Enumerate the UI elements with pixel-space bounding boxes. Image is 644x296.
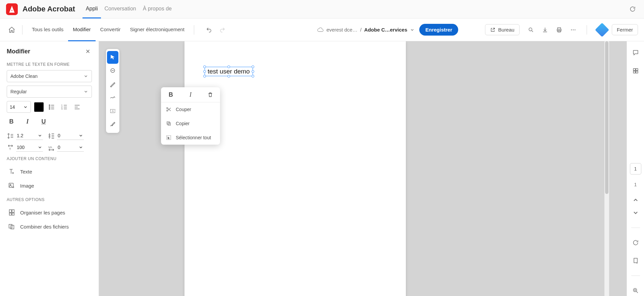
numbered-list-icon[interactable]: 123 bbox=[60, 102, 69, 112]
chevron-down-icon[interactable] bbox=[410, 28, 415, 32]
text-box-tool-icon[interactable]: A bbox=[107, 105, 118, 117]
organize-pages-button[interactable]: Organiser les pages bbox=[7, 205, 92, 219]
current-page-input[interactable]: 1 bbox=[630, 163, 641, 175]
page-down-icon[interactable] bbox=[630, 207, 641, 218]
pdf-page[interactable]: test user demo bbox=[184, 41, 406, 296]
panels-icon[interactable] bbox=[630, 65, 641, 76]
context-copy[interactable]: Copier bbox=[161, 116, 220, 131]
add-image-icon bbox=[8, 182, 15, 189]
top-tabs: Appli Conversation À propos de bbox=[83, 0, 175, 18]
line-height-icon bbox=[7, 132, 14, 140]
user-avatar[interactable] bbox=[595, 22, 609, 37]
edit-side-panel: Modifier METTRE LE TEXTE EN FORME Adobe … bbox=[0, 41, 99, 296]
tab-sign[interactable]: Signer électroniquement bbox=[125, 18, 189, 41]
paragraph-spacing-icon bbox=[48, 132, 55, 140]
tab-edit[interactable]: Modifier bbox=[68, 18, 95, 41]
comments-icon[interactable] bbox=[630, 47, 641, 58]
context-quick-actions: B I bbox=[161, 87, 220, 102]
external-link-icon bbox=[490, 27, 495, 33]
svg-rect-36 bbox=[168, 123, 171, 126]
font-size-select[interactable]: 14 bbox=[7, 101, 31, 113]
scrollbar-thumb[interactable] bbox=[605, 41, 608, 194]
search-icon[interactable] bbox=[526, 24, 536, 35]
svg-text:3: 3 bbox=[61, 108, 63, 110]
add-image-button[interactable]: Image bbox=[7, 179, 92, 193]
font-style-select[interactable]: Regular bbox=[7, 86, 92, 98]
save-button[interactable]: Enregistrer bbox=[419, 24, 458, 36]
align-icon[interactable] bbox=[72, 102, 82, 112]
text-selection-box[interactable]: test user demo bbox=[205, 67, 253, 76]
chevron-down-icon bbox=[38, 133, 42, 138]
line-height-value: 1.2 bbox=[17, 133, 23, 138]
horizontal-scale-value: 100 bbox=[17, 145, 24, 150]
rotate-view-icon[interactable] bbox=[630, 237, 641, 248]
svg-text:T: T bbox=[9, 147, 11, 151]
resize-handle[interactable] bbox=[252, 70, 254, 73]
svg-point-10 bbox=[49, 108, 50, 109]
document-canvas[interactable]: test user demo bbox=[99, 41, 627, 296]
add-text-button[interactable]: Texte bbox=[7, 164, 92, 179]
text-color-swatch[interactable] bbox=[34, 102, 44, 112]
paragraph-spacing-select[interactable]: 0 bbox=[57, 132, 84, 140]
resize-handle[interactable] bbox=[203, 75, 206, 78]
context-italic-button[interactable]: I bbox=[181, 87, 201, 102]
home-icon[interactable] bbox=[6, 24, 17, 36]
tab-all-tools[interactable]: Tous les outils bbox=[27, 18, 68, 41]
comment-tool-icon[interactable] bbox=[107, 64, 118, 77]
resize-handle[interactable] bbox=[252, 65, 254, 68]
context-bold-button[interactable]: B bbox=[161, 87, 181, 102]
select-tool-icon[interactable] bbox=[107, 51, 118, 64]
undo-redo-group bbox=[204, 24, 228, 35]
font-family-select[interactable]: Adobe Clean bbox=[7, 70, 92, 82]
resize-handle[interactable] bbox=[252, 75, 254, 78]
top-tab-app[interactable]: Appli bbox=[83, 0, 101, 18]
font-size-value: 14 bbox=[10, 104, 15, 110]
close-icon[interactable] bbox=[84, 47, 92, 55]
download-icon[interactable] bbox=[540, 24, 550, 35]
top-tab-about[interactable]: À propos de bbox=[140, 0, 175, 18]
context-select-all[interactable]: Sélectionner tout bbox=[161, 131, 220, 145]
close-button[interactable]: Fermer bbox=[612, 24, 638, 35]
redo-icon[interactable] bbox=[217, 24, 228, 35]
resize-handle[interactable] bbox=[203, 70, 206, 73]
font-family-value: Adobe Clean bbox=[10, 73, 38, 79]
resize-handle[interactable] bbox=[203, 65, 206, 68]
tracking-select[interactable]: 0 bbox=[57, 143, 84, 152]
svg-rect-26 bbox=[633, 71, 635, 73]
bulleted-list-icon[interactable] bbox=[47, 102, 56, 112]
print-icon[interactable] bbox=[554, 24, 565, 35]
vertical-scrollbar[interactable] bbox=[604, 41, 609, 296]
context-cut[interactable]: Couper bbox=[161, 102, 220, 116]
open-in-desktop-label: Bureau bbox=[498, 27, 514, 33]
draw-tool-icon[interactable] bbox=[107, 91, 118, 104]
paragraph-spacing-control: 0 bbox=[48, 132, 84, 140]
svg-point-6 bbox=[573, 29, 574, 30]
line-height-select[interactable]: 1.2 bbox=[16, 132, 43, 140]
highlight-tool-icon[interactable] bbox=[107, 78, 118, 91]
signature-tool-icon[interactable] bbox=[107, 118, 118, 131]
refresh-icon[interactable] bbox=[627, 4, 638, 14]
svg-rect-28 bbox=[634, 258, 637, 263]
open-in-desktop-button[interactable]: Bureau bbox=[485, 24, 519, 35]
zoom-in-icon[interactable] bbox=[630, 285, 641, 296]
resize-handle[interactable] bbox=[227, 65, 230, 68]
svg-point-1 bbox=[529, 28, 532, 31]
svg-rect-2 bbox=[557, 28, 560, 29]
top-tab-conversation[interactable]: Conversation bbox=[101, 0, 139, 18]
svg-rect-27 bbox=[636, 71, 638, 73]
more-icon[interactable] bbox=[568, 24, 579, 35]
page-up-icon[interactable] bbox=[630, 195, 641, 205]
resize-handle[interactable] bbox=[227, 75, 230, 78]
breadcrumb-root[interactable]: everest dce… bbox=[326, 27, 358, 33]
italic-button[interactable]: I bbox=[23, 117, 32, 126]
bold-button[interactable]: B bbox=[7, 117, 16, 126]
underline-button[interactable]: U bbox=[39, 117, 48, 126]
tab-convert[interactable]: Convertir bbox=[96, 18, 125, 41]
context-delete-icon[interactable] bbox=[200, 87, 220, 102]
breadcrumb-file[interactable]: Adobe C…ervices bbox=[364, 27, 407, 33]
page-display-icon[interactable] bbox=[630, 255, 641, 266]
horizontal-scale-select[interactable]: 100 bbox=[16, 143, 43, 152]
context-select-all-label: Sélectionner tout bbox=[176, 135, 211, 140]
undo-icon[interactable] bbox=[204, 24, 214, 35]
combine-files-button[interactable]: Combiner des fichiers bbox=[7, 219, 92, 234]
